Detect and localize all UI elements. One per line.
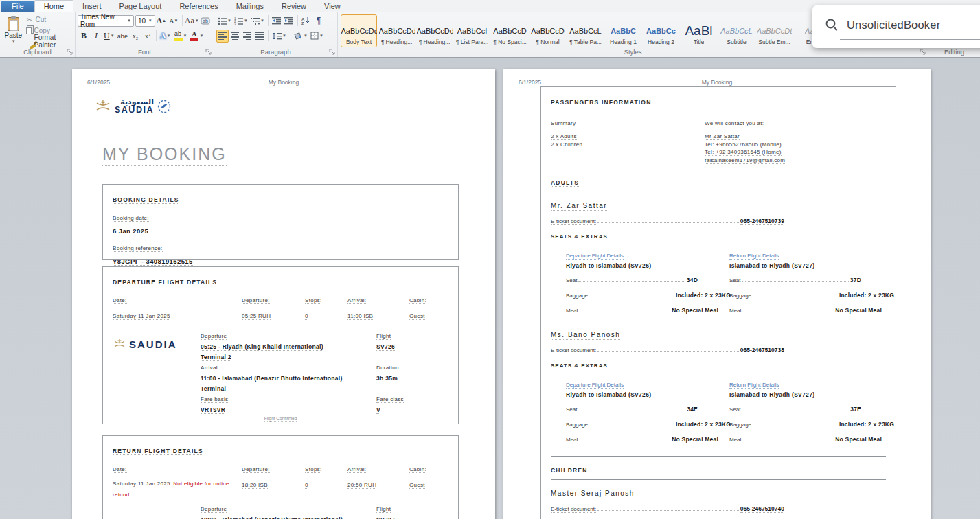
- tab-file[interactable]: File: [1, 1, 34, 12]
- document-page-1[interactable]: 6/1/2025 My Booking السعودية SAUDIA MY B…: [72, 69, 495, 519]
- style-normal[interactable]: AaBbCcD¶ Normal: [529, 14, 566, 47]
- baggage-label: Baggage: [566, 292, 588, 299]
- highlight-color-button[interactable]: ab▼: [172, 30, 189, 43]
- search-query[interactable]: UnsolicitedBooker: [847, 19, 940, 32]
- departure-flight-details-link[interactable]: Departure Flight Details: [566, 382, 624, 389]
- return-details-heading: RETURN FLIGHT DETAILS: [113, 448, 203, 455]
- increase-indent-button[interactable]: [283, 14, 295, 27]
- grow-font-button[interactable]: A▲: [155, 14, 168, 27]
- search-popup[interactable]: UnsolicitedBooker: [812, 5, 980, 48]
- align-right-button[interactable]: [241, 30, 253, 43]
- font-name-combo[interactable]: Times New Rom▼: [78, 15, 134, 27]
- departure-segment-card: SAUDIA Departure 05:25 - Riyadh (King Kh…: [102, 323, 459, 424]
- styles-gallery: AaBbCcDdEBody Text AaBbCcDd¶ Heading... …: [340, 13, 831, 47]
- children-divider: [551, 479, 886, 480]
- justify-icon: [255, 32, 264, 40]
- seg1-fare-class-value: V: [376, 406, 380, 414]
- align-center-button[interactable]: [229, 30, 241, 43]
- ret-arr-value: 20:50 RUH: [347, 482, 376, 489]
- dep-date-value: Saturday 11 Jan 2025: [113, 313, 170, 320]
- format-painter-button[interactable]: Format Painter: [25, 36, 73, 47]
- align-right-icon: [243, 32, 251, 40]
- dep-dep-value: 05:25 RUH: [242, 313, 271, 320]
- font-size-combo[interactable]: 10▼: [135, 15, 155, 27]
- group-clipboard: Paste ▼ ✂ Cut Copy Format Painter: [0, 12, 76, 57]
- dep-stops-label: Stops:: [305, 297, 321, 304]
- paragraph-dialog-launcher[interactable]: [329, 49, 336, 56]
- svg-text:3: 3: [234, 23, 236, 25]
- document-page-2[interactable]: 6/1/2025 My Booking PASSENGERS INFORMATI…: [503, 69, 931, 519]
- strikethrough-button[interactable]: abe: [116, 30, 129, 43]
- italic-button[interactable]: I: [90, 30, 102, 43]
- align-left-button[interactable]: [216, 30, 229, 43]
- superscript-button[interactable]: x²: [141, 30, 154, 43]
- tab-references[interactable]: References: [170, 1, 227, 12]
- style-heading-2[interactable]: AaBbCcHeading 2: [643, 14, 679, 47]
- borders-button[interactable]: ▼: [309, 30, 325, 43]
- style-table-paragraph[interactable]: AaBbCcL¶ Table Pa...: [567, 14, 604, 47]
- shrink-font-button[interactable]: A▼: [168, 14, 180, 27]
- clear-formatting-button[interactable]: ab: [199, 14, 212, 27]
- tab-review[interactable]: Review: [273, 1, 315, 12]
- justify-button[interactable]: [253, 30, 266, 43]
- tab-page-layout[interactable]: Page Layout: [111, 1, 171, 12]
- shading-button[interactable]: ▼: [293, 30, 309, 43]
- paste-dropdown-icon[interactable]: ▼: [12, 39, 16, 43]
- style-title[interactable]: AaBlTitle: [681, 14, 717, 47]
- numbering-button[interactable]: 123▼: [233, 14, 249, 27]
- return-flight-details-link[interactable]: Return Flight Details: [729, 253, 779, 260]
- passenger-name: Ms. Bano Panosh: [551, 331, 620, 340]
- passenger-name: Mr. Zar Sattar: [551, 202, 607, 211]
- cut-icon: ✂: [25, 16, 34, 23]
- return-flight-details-link[interactable]: Return Flight Details: [729, 382, 779, 389]
- baggage-label: Baggage: [729, 292, 751, 299]
- tab-insert[interactable]: Insert: [73, 1, 111, 12]
- style-body-text[interactable]: AaBbCcDdEBody Text: [341, 14, 377, 47]
- multilevel-list-button[interactable]: ▼: [249, 14, 266, 27]
- font-color-button[interactable]: A▼: [188, 30, 205, 43]
- dotted-leader: [578, 275, 685, 282]
- multilevel-list-icon: [251, 17, 260, 25]
- styles-dialog-launcher[interactable]: [920, 49, 926, 56]
- style-heading-b[interactable]: AaBbCcDdE¶ Heading...: [416, 14, 453, 47]
- styles-group-label: Styles: [340, 47, 926, 57]
- svg-text:Z: Z: [301, 21, 304, 25]
- paste-button[interactable]: Paste ▼: [2, 13, 25, 47]
- cut-button[interactable]: ✂ Cut: [25, 14, 73, 25]
- dep-arr-label: Arrival:: [347, 297, 366, 304]
- eticket-label: E-ticket document:: [551, 506, 596, 513]
- tab-home[interactable]: Home: [34, 0, 73, 12]
- change-case-button[interactable]: Aa▼: [185, 14, 199, 27]
- bold-button[interactable]: B: [78, 30, 90, 43]
- style-heading-1[interactable]: AaBbCHeading 1: [605, 14, 641, 47]
- bullets-button[interactable]: ▼: [216, 14, 233, 27]
- line-spacing-button[interactable]: ▼: [271, 30, 288, 43]
- tab-mailings[interactable]: Mailings: [227, 1, 273, 12]
- show-paragraph-marks-button[interactable]: ¶: [312, 14, 325, 27]
- style-heading-a[interactable]: AaBbCcDd¶ Heading...: [378, 14, 415, 47]
- seat-label: Seat: [566, 406, 577, 413]
- font-dialog-launcher[interactable]: [205, 49, 212, 56]
- return-route: Islamabad to Riyadh (SV727): [729, 391, 893, 398]
- departure-details-heading: DEPARTURE FLIGHT DETAILS: [113, 279, 217, 286]
- tab-view[interactable]: View: [315, 1, 350, 12]
- subscript-button[interactable]: x₂: [129, 30, 141, 43]
- underline-button[interactable]: U▼: [102, 30, 116, 43]
- sort-button[interactable]: AZ: [300, 14, 312, 27]
- departure-flight-details-link[interactable]: Departure Flight Details: [566, 253, 624, 260]
- text-effects-button[interactable]: A▼: [159, 30, 172, 43]
- dotted-leader: [742, 275, 848, 282]
- style-subtle-emphasis[interactable]: AaBbCcDtSubtle Em...: [756, 14, 793, 47]
- clipboard-dialog-launcher[interactable]: [67, 49, 73, 56]
- sort-icon: AZ: [301, 16, 311, 25]
- document-workspace[interactable]: 6/1/2025 My Booking السعودية SAUDIA MY B…: [0, 58, 980, 519]
- style-list-paragraph[interactable]: AaBbCcI¶ List Para...: [454, 14, 490, 47]
- decrease-indent-button[interactable]: [271, 14, 283, 27]
- svg-text:ab: ab: [203, 19, 208, 23]
- clipboard-group-label: Clipboard: [2, 47, 73, 57]
- style-subtitle[interactable]: AaBbCcLSubtitle: [718, 14, 755, 47]
- style-no-spacing[interactable]: AaBbCcD¶ No Spaci...: [492, 14, 528, 47]
- line-spacing-icon: [272, 32, 282, 40]
- font-group-label: Font: [78, 47, 212, 57]
- seat-label: Seat: [729, 277, 740, 284]
